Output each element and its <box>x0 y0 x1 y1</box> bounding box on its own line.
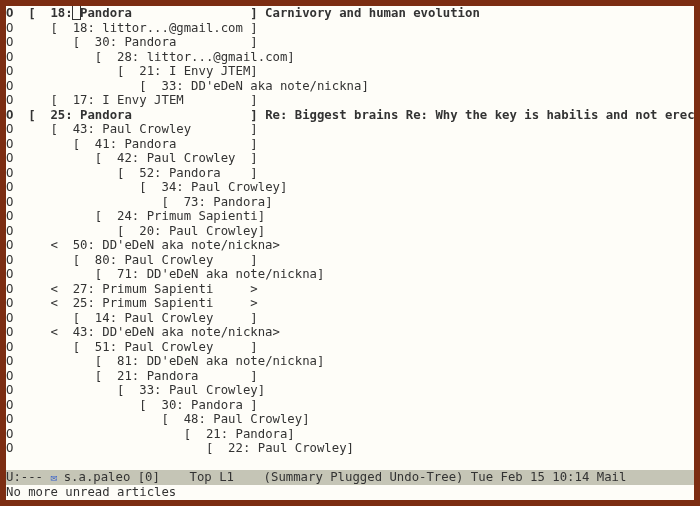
thread-line[interactable]: O [ 30: Pandora ] <box>6 398 694 413</box>
subject: Re: Biggest brains Re: Why the key is ha… <box>258 108 694 122</box>
author-name: Paul Crowley <box>102 122 250 136</box>
author-name: I Envy JTEM <box>102 93 250 107</box>
author-name: DD'eDeN aka note/nickna <box>102 325 272 339</box>
modeline-modes: (Summary Plugged Undo-Tree) <box>264 470 464 484</box>
thread-line[interactable]: O [ 30: Pandora ] <box>6 35 694 50</box>
subject: Carnivory and human evolution <box>258 6 480 20</box>
thread-line[interactable]: O < 27: Primum Sapienti > <box>6 282 694 297</box>
author-name: Pandora <box>169 166 250 180</box>
modeline-position: Top L1 <box>160 470 264 484</box>
thread-line[interactable]: O < 25: Primum Sapienti > <box>6 296 694 311</box>
thread-line[interactable]: O [ 17: I Envy JTEM ] <box>6 93 694 108</box>
author-name: Primum Sapienti <box>102 282 250 296</box>
author-name: Paul Crowley <box>124 340 250 354</box>
author-name: Pandora <box>147 369 251 383</box>
author-name: Pandora <box>80 6 250 20</box>
author-name: Paul Crowley <box>169 383 258 397</box>
modeline-mode2: Mail <box>597 470 627 484</box>
author-name: Paul Crowley <box>124 311 250 325</box>
emacs-frame: O [ 18:Pandora ] Carnivory and human evo… <box>6 6 694 500</box>
echo-message: No more unread articles <box>6 485 176 499</box>
author-name: Pandora <box>124 35 250 49</box>
author-name: Paul Crowley <box>124 253 250 267</box>
modeline-buffer: s.a.paleo [0] <box>64 470 160 484</box>
author-name: littor...@gmail.com <box>147 50 288 64</box>
author-name: littor...@gmail.com <box>102 21 250 35</box>
author-name: I Envy JTEM <box>169 64 250 78</box>
author-name: Paul Crowley <box>258 441 347 455</box>
thread-line[interactable]: O [ 48: Paul Crowley] <box>6 412 694 427</box>
thread-line[interactable]: O [ 52: Pandora ] <box>6 166 694 181</box>
thread-line[interactable]: O [ 33: DD'eDeN aka note/nickna] <box>6 79 694 94</box>
thread-line[interactable]: O [ 73: Pandora] <box>6 195 694 210</box>
author-name: Pandora <box>80 108 250 122</box>
author-name: Pandora <box>213 195 265 209</box>
thread-line[interactable]: O [ 21: Pandora] <box>6 427 694 442</box>
thread-line[interactable]: O [ 21: I Envy JTEM] <box>6 64 694 79</box>
author-name: Pandora <box>191 398 250 412</box>
author-name: Pandora <box>236 427 288 441</box>
text-cursor <box>73 6 80 19</box>
thread-line[interactable]: O [ 51: Paul Crowley ] <box>6 340 694 355</box>
thread-line[interactable]: O < 43: DD'eDeN aka note/nickna> <box>6 325 694 340</box>
author-name: Paul Crowley <box>147 151 251 165</box>
thread-line[interactable]: O [ 43: Paul Crowley ] <box>6 122 694 137</box>
author-name: DD'eDeN aka note/nickna <box>147 267 317 281</box>
thread-line[interactable]: O [ 28: littor...@gmail.com] <box>6 50 694 65</box>
thread-line[interactable]: O [ 25: Pandora ] Re: Biggest brains Re:… <box>6 108 694 123</box>
thread-line[interactable]: O [ 21: Pandora ] <box>6 369 694 384</box>
thread-line[interactable]: O [ 41: Pandora ] <box>6 137 694 152</box>
modeline-time: Tue Feb 15 10:14 <box>463 470 596 484</box>
thread-line[interactable]: O [ 22: Paul Crowley] <box>6 441 694 456</box>
summary-buffer[interactable]: O [ 18:Pandora ] Carnivory and human evo… <box>6 6 694 470</box>
thread-line[interactable]: O < 50: DD'eDeN aka note/nickna> <box>6 238 694 253</box>
thread-line[interactable]: O [ 33: Paul Crowley] <box>6 383 694 398</box>
author-name: DD'eDeN aka note/nickna <box>102 238 272 252</box>
echo-area: No more unread articles <box>6 485 694 500</box>
author-name: DD'eDeN aka note/nickna <box>191 79 361 93</box>
thread-line[interactable]: O [ 20: Paul Crowley] <box>6 224 694 239</box>
thread-line[interactable]: O [ 71: DD'eDeN aka note/nickna] <box>6 267 694 282</box>
author-name: DD'eDeN aka note/nickna <box>147 354 317 368</box>
author-name: Pandora <box>124 137 250 151</box>
thread-line[interactable]: O [ 81: DD'eDeN aka note/nickna] <box>6 354 694 369</box>
mail-icon: ✉ <box>50 471 63 484</box>
thread-line[interactable]: O [ 34: Paul Crowley] <box>6 180 694 195</box>
author-name: Paul Crowley <box>213 412 302 426</box>
author-name: Paul Crowley <box>169 224 258 238</box>
author-name: Primum Sapienti <box>147 209 258 223</box>
author-name: Primum Sapienti <box>102 296 250 310</box>
thread-line[interactable]: O [ 80: Paul Crowley ] <box>6 253 694 268</box>
modeline: U:--- ✉ s.a.paleo [0] Top L1 (Summary Pl… <box>6 470 694 485</box>
thread-line[interactable]: O [ 42: Paul Crowley ] <box>6 151 694 166</box>
thread-line[interactable]: O [ 14: Paul Crowley ] <box>6 311 694 326</box>
modeline-coding: U:--- <box>6 470 50 484</box>
thread-line[interactable]: O [ 18:Pandora ] Carnivory and human evo… <box>6 6 694 21</box>
thread-line[interactable]: O [ 18: littor...@gmail.com ] <box>6 21 694 36</box>
author-name: Paul Crowley <box>191 180 280 194</box>
thread-line[interactable]: O [ 24: Primum Sapienti] <box>6 209 694 224</box>
